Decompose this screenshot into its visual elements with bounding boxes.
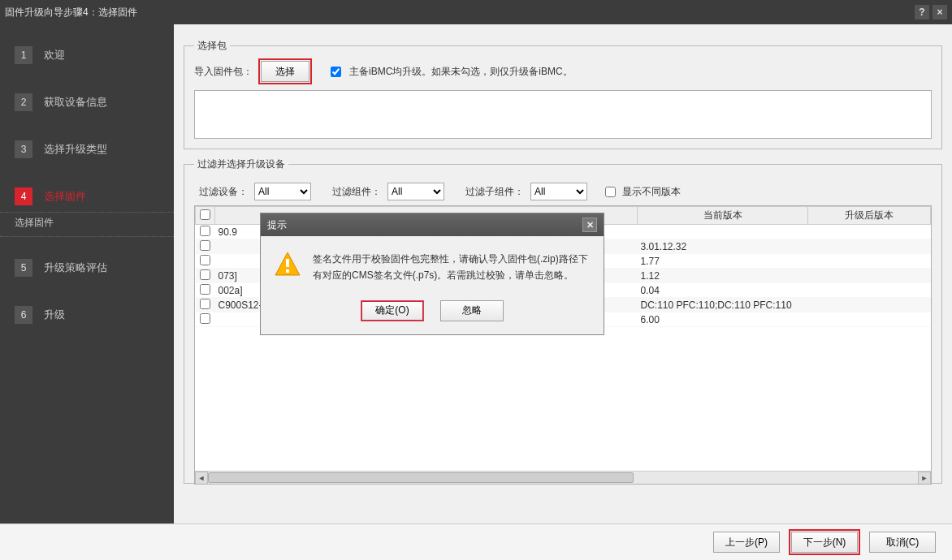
warning-icon — [274, 251, 301, 284]
step-number: 1 — [15, 46, 32, 64]
cell-after-version — [808, 225, 931, 239]
filter-subcomponent-label: 过滤子组件： — [465, 185, 524, 199]
select-all-header[interactable] — [196, 207, 215, 225]
cell-current-version: 1.77 — [638, 254, 808, 269]
step-number: 6 — [15, 306, 32, 324]
cell-after-version — [808, 254, 931, 269]
cell-after-version — [808, 239, 931, 254]
svg-rect-2 — [286, 269, 289, 273]
step-select-firmware[interactable]: 4 选择固件 — [0, 180, 174, 213]
cell-current-version — [638, 225, 808, 239]
dialog-header[interactable]: 提示 ✕ — [261, 213, 604, 236]
step-upgrade-policy[interactable]: 5 升级策略评估 — [0, 252, 174, 284]
dialog-close-icon[interactable]: ✕ — [582, 218, 597, 232]
step-number: 2 — [15, 93, 32, 111]
step-select-upgrade-type[interactable]: 3 选择升级类型 — [0, 133, 174, 166]
titlebar: 固件升级向导步骤4：选择固件 ? × — [0, 0, 952, 24]
cell-after-version — [808, 283, 931, 298]
select-package-legend: 选择包 — [194, 39, 230, 53]
cell-after-version — [808, 312, 931, 327]
next-button[interactable]: 下一步(N) — [791, 532, 858, 553]
upgrade-both-ibmc-checkbox[interactable] — [331, 67, 341, 77]
step-upgrade[interactable]: 6 升级 — [0, 299, 174, 331]
step-label: 升级策略评估 — [44, 261, 107, 275]
close-button[interactable]: × — [933, 5, 947, 19]
prev-button[interactable]: 上一步(P) — [713, 532, 780, 553]
step-welcome[interactable]: 1 欢迎 — [0, 39, 174, 71]
cell-current-version: 6.00 — [638, 312, 808, 327]
row-checkbox[interactable] — [200, 226, 210, 236]
step-label: 选择固件 — [44, 189, 86, 204]
upgrade-both-ibmc-label: 主备iBMC均升级。如果未勾选，则仅升级备iBMC。 — [349, 65, 573, 79]
cell-current-version: 1.12 — [638, 269, 808, 283]
row-checkbox[interactable] — [200, 313, 210, 324]
dialog-message: 签名文件用于校验固件包完整性，请确认导入固件包(.zip)路径下有对应的CMS签… — [313, 251, 591, 284]
substep-select-firmware: 选择固件 — [0, 216, 174, 237]
row-checkbox[interactable] — [200, 269, 210, 280]
cell-current-version: DC:110 PFC:110;DC:110 PFC:110 — [638, 298, 808, 312]
file-path-box — [194, 90, 932, 139]
select-package-group: 选择包 导入固件包： 选择 主备iBMC均升级。如果未勾选，则仅升级备iBMC。 — [184, 39, 942, 149]
help-button[interactable]: ? — [915, 5, 929, 19]
scroll-left-icon[interactable]: ◄ — [195, 472, 208, 485]
cancel-button[interactable]: 取消(C) — [869, 532, 936, 553]
show-diff-versions-label: 显示不同版本 — [622, 185, 681, 199]
cell-after-version — [808, 269, 931, 283]
cell-current-version: 0.04 — [638, 283, 808, 298]
filter-device-label: 过滤设备： — [199, 185, 248, 199]
dialog-title: 提示 — [267, 218, 582, 232]
filter-devices-legend: 过滤并选择升级设备 — [194, 157, 288, 171]
step-number: 3 — [15, 140, 32, 158]
step-get-device-info[interactable]: 2 获取设备信息 — [0, 86, 174, 118]
choose-file-button[interactable]: 选择 — [261, 61, 309, 82]
step-number: 4 — [15, 187, 32, 205]
wizard-footer: 上一步(P) 下一步(N) 取消(C) — [0, 523, 952, 560]
show-diff-versions-checkbox[interactable] — [605, 187, 616, 197]
horizontal-scrollbar[interactable]: ◄ ► — [195, 471, 931, 484]
filter-component-select[interactable]: All — [387, 183, 444, 200]
row-checkbox[interactable] — [200, 299, 210, 309]
step-label: 欢迎 — [44, 48, 65, 62]
row-checkbox[interactable] — [200, 284, 210, 295]
step-label: 升级 — [44, 308, 65, 322]
step-label: 获取设备信息 — [44, 95, 107, 110]
filter-device-select[interactable]: All — [254, 183, 311, 200]
scroll-right-icon[interactable]: ► — [918, 472, 931, 485]
col-after-version: 升级后版本 — [808, 207, 931, 225]
import-label: 导入固件包： — [194, 65, 253, 79]
row-checkbox[interactable] — [200, 240, 210, 251]
filter-subcomponent-select[interactable]: All — [530, 183, 587, 200]
window-title: 固件升级向导步骤4：选择固件 — [5, 6, 911, 19]
col-current-version: 当前版本 — [638, 207, 808, 225]
step-number: 5 — [15, 259, 32, 277]
dialog-ok-button[interactable]: 确定(O) — [361, 300, 424, 321]
row-checkbox[interactable] — [200, 255, 210, 265]
prompt-dialog: 提示 ✕ 签名文件用于校验固件包完整性，请确认导入固件包(.zip)路径下有对应… — [260, 213, 604, 335]
scroll-thumb[interactable] — [208, 472, 634, 483]
wizard-sidebar: 1 欢迎 2 获取设备信息 3 选择升级类型 4 选择固件 选择固件 5 升级策… — [0, 24, 174, 523]
dialog-ignore-button[interactable]: 忽略 — [440, 300, 504, 321]
step-label: 选择升级类型 — [44, 142, 107, 157]
cell-current-version: 3.01.12.32 — [638, 239, 808, 254]
svg-rect-1 — [286, 259, 289, 267]
select-all-checkbox[interactable] — [200, 209, 210, 220]
filter-component-label: 过滤组件： — [332, 185, 381, 199]
cell-after-version — [808, 298, 931, 312]
